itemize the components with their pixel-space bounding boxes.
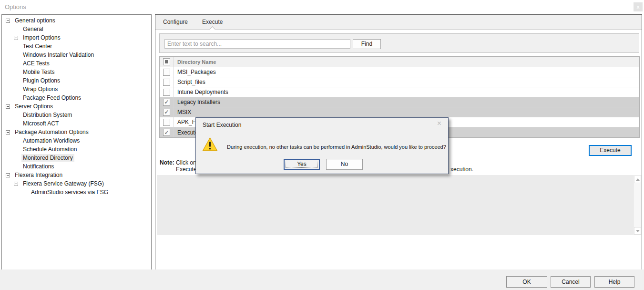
table-header-row: Directory Name: [160, 57, 639, 67]
table-row-msix[interactable]: MSIX: [160, 107, 639, 117]
scroll-down-icon[interactable]: [634, 227, 641, 235]
table-row-intune-deployments[interactable]: Intune Deployments: [160, 87, 639, 97]
sidebar-item-label: Flexera Integration: [13, 171, 64, 179]
sidebar-item-label: AdminStudio services via FSG: [30, 188, 110, 196]
column-header-directory-name[interactable]: Directory Name: [174, 59, 216, 65]
note-label: Note:: [160, 159, 174, 166]
directory-name-cell: MSI_Packages: [174, 69, 216, 75]
sidebar-item-automation-workflows[interactable]: Automation Workflows: [2, 136, 151, 145]
glyph-spacer: [14, 113, 18, 117]
glyph-spacer: [14, 139, 18, 143]
row-checkbox[interactable]: [163, 79, 170, 86]
no-button[interactable]: No: [326, 159, 363, 170]
sidebar-item-import-options[interactable]: Import Options: [2, 33, 151, 42]
sidebar-item-label: Package Feed Options: [21, 94, 82, 102]
directory-name-cell: Legacy Installers: [174, 99, 220, 105]
sidebar-item-label: Microsoft ACT: [21, 120, 60, 127]
dialog-message: During execution, no other tasks can be …: [227, 144, 446, 150]
select-all-checkbox[interactable]: [163, 58, 170, 65]
execute-button[interactable]: Execute: [589, 145, 632, 156]
yes-button[interactable]: Yes: [284, 159, 320, 170]
window-close-icon[interactable]: x: [634, 2, 643, 11]
sidebar-item-test-center[interactable]: Test Center: [2, 42, 151, 51]
row-checkbox[interactable]: [163, 89, 170, 96]
note-text-line2: Execute: [176, 166, 196, 173]
row-checkbox[interactable]: [163, 109, 170, 116]
sidebar-item-distribution-system[interactable]: Distribution System: [2, 111, 151, 119]
sidebar-item-general-options[interactable]: General options: [2, 16, 151, 25]
sidebar-item-wrap-options[interactable]: Wrap Options: [2, 85, 151, 93]
sidebar-item-plugin-options[interactable]: Plugin Options: [2, 76, 151, 85]
sidebar-item-label: Import Options: [21, 34, 62, 41]
directory-name-cell: Execute: [174, 129, 198, 136]
sidebar-item-label: Monitored Directory: [21, 154, 74, 162]
glyph-spacer: [14, 44, 18, 49]
warning-icon: [202, 137, 218, 153]
sidebar-item-package-feed-options[interactable]: Package Feed Options: [2, 93, 151, 102]
glyph-spacer: [14, 79, 18, 83]
dialog-close-icon[interactable]: ×: [437, 120, 441, 127]
tab-configure[interactable]: Configure: [162, 15, 189, 29]
glyph-spacer: [14, 53, 18, 57]
sidebar-item-general[interactable]: General: [2, 25, 151, 33]
sidebar-item-microsoft-act[interactable]: Microsoft ACT: [2, 119, 151, 128]
sidebar-item-label: Distribution System: [21, 111, 73, 119]
glyph-spacer: [14, 165, 18, 169]
table-row-legacy-installers[interactable]: Legacy Installers: [160, 97, 639, 107]
table-row-msi-packages[interactable]: MSI_Packages: [160, 67, 639, 77]
collapse-icon[interactable]: [14, 182, 18, 186]
collapse-icon[interactable]: [6, 173, 10, 177]
sidebar-item-schedule-automation[interactable]: Schedule Automation: [2, 145, 151, 154]
search-group: Find: [159, 33, 639, 53]
dialog-title: Start Execution: [203, 122, 241, 128]
sidebar-item-label: Schedule Automation: [21, 145, 78, 153]
collapse-icon[interactable]: [6, 19, 10, 23]
sidebar-item-label: Mobile Tests: [21, 68, 56, 76]
row-check-cell: [160, 117, 174, 127]
sidebar-item-monitored-directory[interactable]: Monitored Directory: [2, 154, 151, 162]
row-check-cell: [160, 127, 174, 137]
glyph-spacer: [14, 122, 18, 126]
sidebar-item-notifications[interactable]: Notifications: [2, 162, 151, 171]
footer-bar: [0, 269, 644, 290]
row-check-cell: [160, 87, 174, 97]
help-button[interactable]: Help: [594, 276, 634, 288]
sidebar-item-label: Notifications: [21, 163, 55, 170]
sidebar-item-windows-installer-validation[interactable]: Windows Installer Validation: [2, 51, 151, 59]
sidebar-item-flexera-integration[interactable]: Flexera Integration: [2, 171, 151, 179]
row-checkbox[interactable]: [163, 129, 170, 136]
sidebar-item-label: Wrap Options: [21, 85, 59, 93]
sidebar-item-label: ACE Tests: [21, 60, 51, 67]
note-text-right-fragment: xecution.: [450, 166, 473, 173]
tab-execute[interactable]: Execute: [201, 15, 224, 29]
collapse-icon[interactable]: [6, 104, 10, 109]
row-checkbox[interactable]: [163, 99, 170, 106]
sidebar-item-mobile-tests[interactable]: Mobile Tests: [2, 68, 151, 76]
search-input[interactable]: [164, 39, 350, 49]
sidebar-item-server-options[interactable]: Server Options: [2, 102, 151, 111]
glyph-spacer: [14, 27, 18, 31]
window-title: Options: [5, 3, 26, 10]
cancel-button[interactable]: Cancel: [551, 276, 591, 288]
sidebar-item-ace-tests[interactable]: ACE Tests: [2, 59, 151, 68]
ok-button[interactable]: OK: [506, 276, 547, 288]
find-button[interactable]: Find: [353, 39, 381, 49]
directory-name-cell: MSIX: [174, 109, 191, 115]
scroll-up-icon[interactable]: [634, 176, 641, 183]
row-checkbox[interactable]: [163, 69, 170, 76]
sidebar-item-label: Package Automation Options: [13, 128, 90, 136]
log-scrollbar[interactable]: [633, 175, 642, 235]
expand-icon[interactable]: [14, 36, 18, 40]
collapse-icon[interactable]: [6, 130, 10, 135]
sidebar-item-adminstudio-services-via-fsg[interactable]: AdminStudio services via FSG: [2, 188, 151, 197]
sidebar-item-package-automation-options[interactable]: Package Automation Options: [2, 128, 151, 136]
header-check-cell: [160, 57, 174, 67]
start-execution-dialog: Start Execution × During execution, no o…: [195, 117, 449, 174]
sidebar-item-flexera-service-gateway-fsg[interactable]: Flexera Service Gateway (FSG): [2, 179, 151, 188]
sidebar-item-label: General: [21, 25, 45, 33]
sidebar-item-label: Automation Workflows: [21, 137, 81, 145]
note-text-line1: Click on: [176, 159, 196, 166]
row-checkbox[interactable]: [163, 119, 170, 126]
table-row-script-files[interactable]: Script_files: [160, 77, 639, 87]
options-tree: General optionsGeneralImport OptionsTest…: [1, 14, 152, 270]
